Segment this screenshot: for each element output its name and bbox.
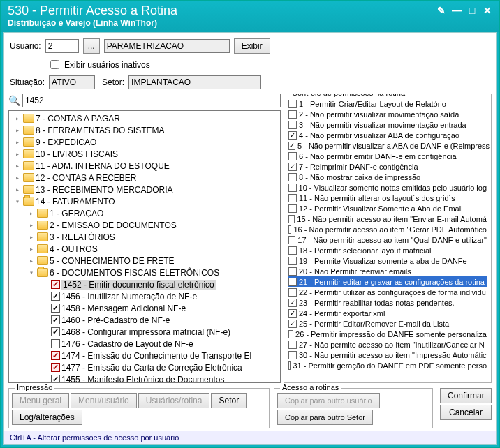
twist-icon[interactable]: ▸ [27, 257, 36, 265]
permission-checkbox[interactable] [288, 121, 297, 129]
permission-item[interactable]: 19 - Permite Visualizar somente a aba de… [288, 255, 487, 266]
permission-checkbox[interactable] [288, 351, 297, 359]
confirmar-button[interactable]: Confirmar [440, 388, 492, 403]
twist-icon[interactable] [41, 281, 50, 289]
copiar-usuario-button[interactable]: Copiar para outro usuário [277, 393, 380, 408]
tree-node[interactable]: ▸ 4 - OUTROS [10, 243, 279, 255]
permission-checkbox[interactable]: ✓ [288, 131, 297, 140]
tree-node[interactable]: ▸ 10 - LIVROS FISCAIS [10, 148, 279, 160]
permission-item[interactable]: 17 - Não permitir acesso ao item "Qual D… [288, 234, 487, 245]
permission-item[interactable]: 18 - Permitir selecionar layout matricia… [288, 245, 487, 255]
permission-checkbox[interactable] [288, 194, 297, 202]
permission-checkbox[interactable] [288, 100, 297, 108]
twist-icon[interactable] [41, 292, 50, 301]
tree-node[interactable]: ▸ 7 - CONTAS A PAGAR [10, 112, 279, 124]
permission-checkbox[interactable]: ✓ [288, 320, 297, 328]
log-button[interactable]: Log/alterações [12, 410, 82, 425]
permission-item[interactable]: ✓25 - Permitir Editar/Remover E-mail da … [288, 318, 487, 329]
tree-node[interactable]: ▸ 8 - FERRAMENTAS DO SISTEMA [10, 124, 279, 136]
tree-node[interactable]: ✓ 1458 - Mensagem Adicional NF-e [10, 302, 279, 314]
tree-node[interactable]: ✓ 1455 - Manifesto Eletrônico de Documen… [10, 373, 279, 383]
routine-checkbox[interactable]: ✓ [51, 375, 60, 383]
permission-item[interactable]: 30 - Não permitir acesso ao item "Impres… [288, 350, 487, 360]
permission-item[interactable]: 3 - Não permitir visualizar movimentação… [288, 119, 487, 130]
permission-checkbox[interactable] [288, 257, 297, 265]
usuario-lookup-button[interactable]: ... [83, 38, 100, 54]
permission-item[interactable]: 1 - Permitir Criar/Editar Layout de Rela… [288, 98, 487, 109]
twist-icon[interactable]: ▾ [27, 269, 36, 277]
tree-node[interactable]: ▸ 2 - EMISSÃO DE DOCUMENTOS [10, 219, 279, 231]
tree-node[interactable]: ✓ 1452 - Emitir documento fiscal eletrôn… [10, 278, 279, 290]
twist-icon[interactable]: ▸ [13, 174, 22, 182]
permission-checkbox[interactable] [288, 330, 293, 338]
permission-checkbox[interactable]: ✓ [288, 309, 297, 318]
twist-icon[interactable] [41, 340, 50, 348]
menu-usuario-button[interactable]: Menu/usuário [71, 393, 137, 408]
permission-item[interactable]: ✓7 - Reimprimir DANF-e contigência [288, 161, 487, 172]
permission-item[interactable]: ✓4 - Não permitir visualizar ABA de conf… [288, 130, 487, 140]
permission-item[interactable]: 6 - Não permitir emitir DANF-e em contig… [288, 151, 487, 161]
permission-item[interactable]: 8 - Não mostrar caixa de impressão [288, 172, 487, 182]
twist-icon[interactable]: ▸ [27, 209, 36, 218]
permission-checkbox[interactable]: ✓ [288, 142, 295, 150]
twist-icon[interactable]: ▸ [13, 126, 22, 135]
twist-icon[interactable] [41, 375, 50, 384]
exibir-button[interactable]: Exibir [234, 38, 270, 54]
permission-checkbox[interactable] [288, 341, 297, 349]
routine-checkbox[interactable]: ✓ [51, 363, 60, 372]
routine-checkbox[interactable]: ✓ [51, 304, 60, 313]
routine-checkbox[interactable] [51, 339, 60, 348]
permission-item[interactable]: 11 - Não permitir alterar os layout´s do… [288, 193, 487, 203]
twist-icon[interactable]: ▸ [27, 233, 36, 241]
tree-node[interactable]: ✓ 1468 - Configurar impressora matricial… [10, 326, 279, 338]
permission-checkbox[interactable] [288, 236, 295, 244]
permission-checkbox[interactable] [288, 204, 297, 213]
close-icon[interactable]: ✕ [481, 5, 494, 16]
twist-icon[interactable] [41, 304, 50, 313]
permission-item[interactable]: 31 - Permitir geração do DANFE em PDF so… [288, 360, 487, 371]
tree-node[interactable]: ✓ 1456 - Inutilizar Numeração de NF-e [10, 290, 279, 302]
twist-icon[interactable]: ▸ [13, 186, 22, 194]
twist-icon[interactable]: ▸ [13, 150, 22, 158]
permission-checkbox[interactable] [288, 184, 297, 192]
tree-node[interactable]: ▾ 14 - FATURAMENTO [10, 195, 279, 207]
twist-icon[interactable]: ▸ [13, 114, 22, 123]
maximize-icon[interactable]: □ [466, 5, 478, 16]
edit-icon[interactable]: ✎ [435, 5, 448, 16]
menu-geral-button[interactable]: Menu geral [12, 393, 69, 408]
tree-node[interactable]: ▸ 3 - RELATÓRIOS [10, 231, 279, 243]
tree-node[interactable]: ▸ 13 - RECEBIMENTO MERCADORIA [10, 184, 279, 195]
permission-checkbox[interactable] [288, 215, 295, 223]
routine-checkbox[interactable]: ✓ [51, 351, 60, 360]
permission-checkbox[interactable]: ✓ [288, 163, 297, 171]
tree-node[interactable]: ▾ 6 - DOCUMENTOS FISCAIS ELETRÔNICOS [10, 267, 279, 278]
permission-checkbox[interactable] [288, 288, 297, 297]
routine-tree[interactable]: ▸ 7 - CONTAS A PAGAR▸ 8 - FERRAMENTAS DO… [8, 110, 281, 383]
tree-node[interactable]: ▸ 9 - EXPEDICAO [10, 136, 279, 148]
permission-checkbox[interactable] [288, 267, 297, 276]
permission-item[interactable]: 15 - Não permitir acesso ao item "Enviar… [288, 214, 487, 224]
tree-node[interactable]: ✓ 1460 - Pré-Cadastro de NF-e [10, 314, 279, 326]
permission-item[interactable]: ✓5 - Não permitir visualizar a ABA de DA… [288, 140, 487, 151]
twist-icon[interactable] [41, 352, 50, 360]
permission-item[interactable]: 2 - Não permitir visualizar movimentação… [288, 109, 487, 119]
routine-checkbox[interactable]: ✓ [51, 327, 60, 336]
tree-node[interactable]: ▸ 1 - GERAÇÃO [10, 207, 279, 219]
permission-item[interactable]: 26 - Permitir impressão do DANFE somente… [288, 329, 487, 339]
routine-checkbox[interactable]: ✓ [51, 315, 60, 324]
minimize-icon[interactable]: — [450, 5, 463, 16]
permission-checkbox[interactable] [288, 110, 297, 119]
permission-item[interactable]: 20 - Não Permitir reenviar emails [288, 266, 487, 276]
permission-item[interactable]: ✓24 - Permitir exportar xml [288, 308, 487, 318]
permission-checkbox[interactable] [288, 173, 297, 181]
twist-icon[interactable]: ▸ [13, 138, 22, 147]
permission-item[interactable]: 22 - Permitir utilizar as configurações … [288, 287, 487, 297]
usuario-input[interactable] [45, 39, 79, 53]
permission-checkbox[interactable] [288, 278, 297, 286]
twist-icon[interactable]: ▸ [13, 162, 22, 170]
usuarios-rotina-button[interactable]: Usuários/rotina [138, 393, 210, 408]
twist-icon[interactable] [41, 328, 50, 336]
setor-button[interactable]: Setor [211, 393, 247, 408]
tree-node[interactable]: ✓ 1477 - Emissão da Carta de Correção El… [10, 361, 279, 373]
tree-node[interactable]: ✓ 1474 - Emissão do Conhecimento de Tran… [10, 350, 279, 361]
